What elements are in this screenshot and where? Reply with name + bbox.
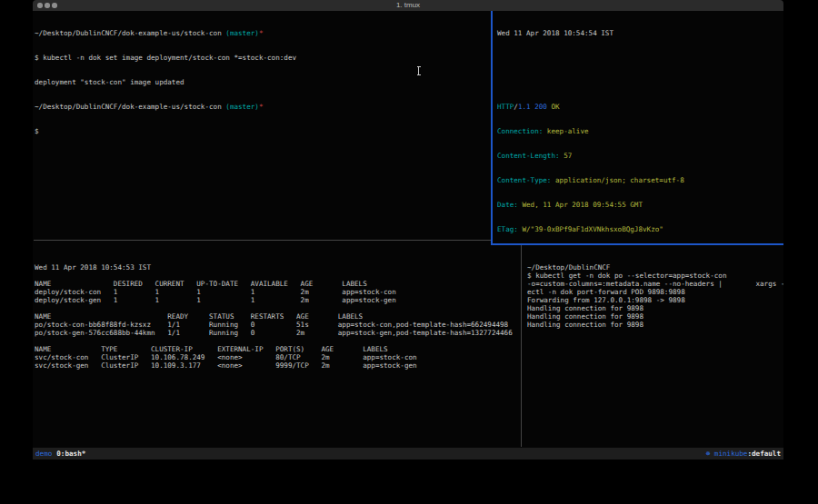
pane-divider-vertical-top-active[interactable] <box>491 11 493 244</box>
status-right: ☸ minikube:default <box>706 450 781 458</box>
header-value: W/"39-0xBPf9aF1dXVNkhsxoBQgJ8vKzo" <box>518 225 663 233</box>
port-forward-output: ~/Desktop/DublinCNCF $ kubectl get -n do… <box>527 263 783 329</box>
http-header: ETag: W/"39-0xBPf9aF1dXVNkhsxoBQgJ8vKzo" <box>497 225 783 233</box>
header-key: Content-Type: <box>497 176 551 184</box>
http-version: 1.1 200 <box>518 103 547 111</box>
git-branch: (master) <box>225 29 259 37</box>
prompt-line: ~/Desktop/DublinCNCF/dok-example-us/stoc… <box>35 103 491 111</box>
timestamp: Wed 11 Apr 2018 10:54:54 IST <box>497 29 783 37</box>
pane-divider-horizontal-right-active[interactable] <box>491 243 783 245</box>
header-value: keep-alive <box>543 127 588 135</box>
header-key: Connection: <box>497 127 543 135</box>
window-title: 1. tmux <box>33 0 783 11</box>
http-status-line: HTTP/1.1 200 OK <box>497 103 783 111</box>
prompt-line: ~/Desktop/DublinCNCF/dok-example-us/stoc… <box>35 29 491 37</box>
header-key: Content-Length: <box>497 152 560 160</box>
command-line: $ kubectl -n dok set image deployment/st… <box>35 54 491 62</box>
kube-namespace: :default <box>747 450 781 458</box>
pane-divider-horizontal-left[interactable] <box>34 240 491 241</box>
desktop: 1. tmux ~/Desktop/DublinCNCF/dok-example… <box>0 0 818 504</box>
pane-http-response[interactable]: Wed 11 Apr 2018 10:54:54 IST HTTP/1.1 20… <box>495 11 783 243</box>
kubectl-resources-output: Wed 11 Apr 2018 10:54:53 IST NAME DESIRE… <box>35 263 521 370</box>
http-proto: HTTP <box>497 103 514 111</box>
http-header: Date: Wed, 11 Apr 2018 09:54:55 GMT <box>497 201 783 209</box>
http-header: Connection: keep-alive <box>497 127 783 135</box>
kube-context: minikube <box>714 450 748 458</box>
ibeam-pointer-icon <box>416 66 421 75</box>
prompt-path: ~/Desktop/DublinCNCF/dok-example-us/stoc… <box>35 29 225 37</box>
pane-kubectl-watch[interactable]: Wed 11 Apr 2018 10:54:53 IST NAME DESIRE… <box>33 245 521 446</box>
pane-divider-vertical-bottom[interactable] <box>521 245 522 447</box>
pane-port-forward[interactable]: ~/Desktop/DublinCNCF $ kubectl get -n do… <box>525 245 783 446</box>
git-dirty-flag: * <box>259 29 264 37</box>
http-reason: OK <box>547 103 560 111</box>
prompt-path: ~/Desktop/DublinCNCF/dok-example-us/stoc… <box>35 103 225 111</box>
header-value: application/json; charset=utf-8 <box>551 176 683 184</box>
git-branch: (master) <box>225 103 259 111</box>
terminal-window: 1. tmux ~/Desktop/DublinCNCF/dok-example… <box>33 0 783 460</box>
http-header: Content-Type: application/json; charset=… <box>497 176 783 184</box>
session-name[interactable]: demo <box>35 450 52 458</box>
command-output: deployment "stock-con" image updated <box>35 78 491 86</box>
tmux-session: ~/Desktop/DublinCNCF/dok-example-us/stoc… <box>33 11 783 448</box>
status-left: demo0:bash* <box>35 450 85 458</box>
header-key: Date: <box>497 201 518 209</box>
http-header: Content-Length: 57 <box>497 152 783 160</box>
title-bar[interactable]: 1. tmux <box>33 0 783 11</box>
git-dirty-flag: * <box>259 103 264 111</box>
window-tab-bash[interactable]: 0:bash* <box>56 450 85 458</box>
tmux-status-bar: demo0:bash* ☸ minikube:default <box>33 448 783 460</box>
header-key: ETag: <box>497 225 518 233</box>
header-value: 57 <box>560 152 573 160</box>
prompt-symbol: $ <box>35 127 491 135</box>
header-value: Wed, 11 Apr 2018 09:54:55 GMT <box>518 201 643 209</box>
pane-shell-top-left[interactable]: ~/Desktop/DublinCNCF/dok-example-us/stoc… <box>33 11 491 240</box>
